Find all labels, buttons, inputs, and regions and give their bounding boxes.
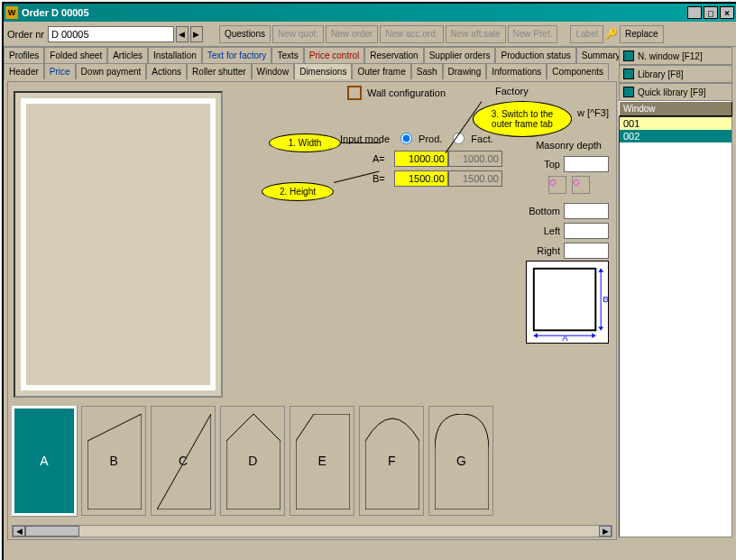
shape-palette: A B C D E F G: [12, 406, 612, 523]
dim-b-readonly: [448, 170, 502, 187]
replace-icon: 🔑: [605, 26, 618, 42]
dim-a-readonly: [448, 151, 502, 167]
input-mode-prod[interactable]: [400, 133, 412, 144]
scroll-right-button[interactable]: ▶: [599, 526, 612, 537]
new-pref-button[interactable]: New Pref.: [508, 25, 558, 43]
toolbar: Order nr ◀ ▶ Questions New quot. New ord…: [4, 22, 736, 47]
sidebar: N. window [F12] Library [F8] Quick libra…: [619, 47, 732, 540]
tab-outer-frame[interactable]: Outer frame: [352, 63, 410, 79]
svg-marker-3: [592, 333, 595, 338]
tab-text-factory[interactable]: Text for factory: [202, 47, 272, 63]
prev-order-button[interactable]: ◀: [176, 26, 189, 42]
new-window-shortcut[interactable]: w [^F3]: [577, 107, 609, 118]
svg-marker-2: [534, 333, 538, 338]
wall-config-icon[interactable]: [347, 86, 362, 100]
callout-height: 2. Height: [262, 182, 334, 201]
masonry-top-input[interactable]: [564, 156, 609, 172]
svg-marker-5: [598, 269, 603, 272]
window-item-001[interactable]: 001: [620, 117, 731, 130]
window-item-002[interactable]: 002: [620, 130, 731, 142]
new-window-button[interactable]: N. window [F12]: [619, 47, 732, 65]
new-quot-button[interactable]: New quot.: [272, 25, 324, 43]
tab-texts[interactable]: Texts: [271, 47, 303, 63]
tab-components[interactable]: Components: [547, 63, 609, 79]
replace-button[interactable]: Replace: [620, 25, 664, 43]
tab-folded-sheet[interactable]: Folded sheet: [44, 47, 107, 63]
quick-library-button[interactable]: Quick library [F9]: [619, 83, 732, 101]
tab-installation[interactable]: Installation: [148, 47, 202, 63]
library-button[interactable]: Library [F8]: [619, 65, 732, 83]
tab-actions[interactable]: Actions: [146, 63, 187, 79]
tab-articles[interactable]: Articles: [107, 47, 148, 63]
tab-informations[interactable]: Informations: [486, 63, 547, 79]
tab-drawing[interactable]: Drawing: [443, 63, 487, 79]
callout-line-1: [341, 142, 381, 143]
masonry-bottom-label: Bottom: [529, 206, 560, 216]
wall-config-label: Wall configuration: [367, 87, 446, 98]
minimize-button[interactable]: _: [687, 6, 702, 19]
masonry-left-input[interactable]: [564, 223, 609, 239]
tab-production-status[interactable]: Production status: [495, 47, 575, 63]
app-icon: W: [5, 6, 18, 19]
next-order-button[interactable]: ▶: [190, 26, 203, 42]
tab-reservation[interactable]: Reservation: [364, 47, 423, 63]
scroll-left-button[interactable]: ◀: [13, 526, 25, 537]
tab-header[interactable]: Header: [4, 63, 44, 79]
scroll-track[interactable]: [25, 526, 599, 537]
tab-sash[interactable]: Sash: [411, 63, 443, 79]
window-preview-frame: [21, 98, 216, 390]
order-nr-input[interactable]: [48, 26, 174, 42]
masonry-left-label: Left: [544, 225, 560, 236]
diagram-b-label: B: [603, 294, 608, 304]
tab-profiles[interactable]: Profiles: [4, 47, 44, 63]
close-button[interactable]: ×: [720, 6, 734, 19]
order-nr-label: Order nr: [7, 29, 44, 40]
tab-roller-shutter[interactable]: Roller shutter: [187, 63, 251, 79]
shape-b[interactable]: B: [81, 406, 146, 516]
tab-down-payment[interactable]: Down payment: [76, 63, 147, 79]
shape-scrollbar[interactable]: ◀ ▶: [12, 525, 612, 537]
maximize-button[interactable]: □: [704, 6, 718, 19]
shape-c[interactable]: C: [151, 406, 216, 516]
dim-a-label: A=: [369, 153, 389, 164]
tab-price[interactable]: Price: [44, 63, 76, 79]
library-icon: [623, 69, 634, 79]
new-acc-button[interactable]: New acc.ord.: [380, 25, 443, 43]
new-aft-button[interactable]: New aft.sale: [446, 25, 506, 43]
shape-g[interactable]: G: [428, 406, 493, 516]
titlebar: W Order D 00005 _ □ ×: [4, 4, 736, 22]
window-list-header: Window: [619, 101, 732, 116]
shape-e[interactable]: E: [290, 406, 354, 516]
shape-d[interactable]: D: [220, 406, 285, 516]
masonry-tool-1[interactable]: ◇: [548, 176, 566, 194]
masonry-title: Masonry depth: [529, 140, 609, 151]
tab-supplier-orders[interactable]: Supplier orders: [424, 47, 496, 63]
svg-marker-6: [598, 326, 603, 330]
tab-dimensions[interactable]: Dimensions: [294, 63, 352, 79]
masonry-bottom-input[interactable]: [564, 203, 609, 219]
dim-b-label: B=: [369, 173, 389, 184]
window-title: Order D 00005: [22, 7, 687, 18]
masonry-right-input[interactable]: [564, 243, 609, 259]
nwindow-icon: [623, 50, 634, 61]
tab-price-control[interactable]: Price control: [304, 47, 365, 63]
diagram-a-label: A: [562, 333, 568, 343]
app-window: W Order D 00005 _ □ × Order nr ◀ ▶ Quest…: [2, 2, 736, 560]
tab-window[interactable]: Window: [252, 63, 295, 79]
new-order-button[interactable]: New order: [326, 25, 378, 43]
label-button[interactable]: Label: [570, 25, 603, 43]
scroll-thumb[interactable]: [25, 526, 79, 537]
dim-a-input[interactable]: [394, 151, 448, 167]
window-list: 001 002: [619, 116, 732, 537]
wall-config-row: Wall configuration: [347, 86, 446, 100]
svg-rect-0: [534, 269, 595, 330]
factory-label: Factory: [495, 86, 529, 96]
shape-f[interactable]: F: [359, 406, 424, 516]
callout-outer-frame: 3. Switch to the outer frame tab: [473, 101, 572, 137]
dim-b-input[interactable]: [394, 170, 448, 187]
masonry-panel: Masonry depth Top ◇ ◇ Bottom Left Right: [529, 140, 609, 262]
masonry-top-label: Top: [544, 159, 560, 170]
shape-a[interactable]: A: [12, 406, 77, 516]
masonry-tool-2[interactable]: ◇: [572, 176, 590, 194]
questions-button[interactable]: Questions: [219, 25, 271, 43]
